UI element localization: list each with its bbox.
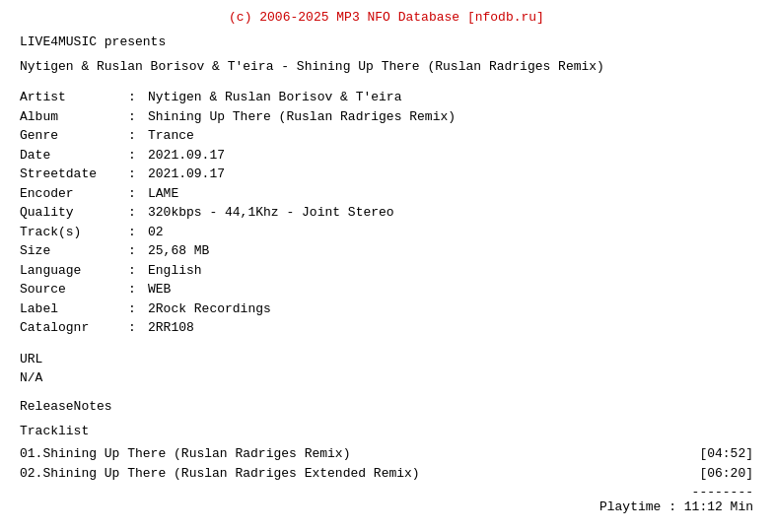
track-item: 01.Shining Up There (Ruslan Radriges Rem…: [20, 444, 753, 465]
meta-key: Quality: [20, 203, 128, 223]
meta-key: Catalognr: [20, 318, 128, 338]
metadata-row: Date: 2021.09.17: [20, 146, 753, 166]
metadata-row: Streetdate: 2021.09.17: [20, 165, 753, 184]
metadata-row: Album: Shining Up There (Ruslan Radriges…: [20, 107, 753, 127]
track-item: 02.Shining Up There (Ruslan Radriges Ext…: [20, 464, 753, 485]
metadata-row: Genre: Trance: [20, 126, 753, 146]
meta-key: Encoder: [20, 184, 128, 204]
divider-line: --------: [20, 485, 753, 499]
meta-colon: :: [128, 223, 148, 242]
meta-value: WEB: [148, 280, 753, 299]
url-value: N/A: [20, 370, 753, 385]
meta-colon: :: [128, 203, 148, 223]
metadata-row: Catalognr: 2RR108: [20, 318, 753, 338]
tracklist-label: Tracklist: [20, 424, 753, 438]
presents-text: LIVE4MUSIC presents: [20, 34, 166, 49]
meta-key: Size: [20, 241, 128, 261]
meta-value: Trance: [148, 126, 753, 146]
meta-colon: :: [128, 88, 148, 107]
metadata-row: Source: WEB: [20, 280, 753, 299]
meta-value: 320kbps - 44,1Khz - Joint Stereo: [148, 203, 753, 223]
meta-value: 2Rock Recordings: [148, 299, 753, 319]
meta-colon: :: [128, 318, 148, 338]
meta-key: Date: [20, 146, 128, 166]
metadata-row: Quality: 320kbps - 44,1Khz - Joint Stere…: [20, 203, 753, 223]
playtime-line: Playtime : 11:12 Min: [20, 499, 753, 514]
meta-value: LAME: [148, 184, 753, 204]
meta-key: Track(s): [20, 223, 128, 242]
metadata-row: Size: 25,68 MB: [20, 241, 753, 261]
meta-colon: :: [128, 146, 148, 166]
metadata-row: Label: 2Rock Recordings: [20, 299, 753, 319]
track-duration: [06:20]: [699, 464, 753, 485]
meta-colon: :: [128, 107, 148, 127]
url-label: URL: [20, 352, 753, 366]
meta-value: 2021.09.17: [148, 165, 753, 184]
track-duration: [04:52]: [699, 444, 753, 465]
meta-colon: :: [128, 165, 148, 184]
meta-colon: :: [128, 299, 148, 319]
meta-key: Genre: [20, 126, 128, 146]
meta-value: 02: [148, 223, 753, 242]
playtime-value: 11:12 Min: [684, 499, 753, 514]
meta-key: Label: [20, 299, 128, 319]
presents-line: LIVE4MUSIC presents: [20, 34, 753, 49]
meta-colon: :: [128, 184, 148, 204]
release-notes-label: ReleaseNotes: [20, 399, 753, 414]
meta-value: 2RR108: [148, 318, 753, 338]
meta-colon: :: [128, 126, 148, 146]
metadata-row: Artist: Nytigen & Ruslan Borisov & T'eir…: [20, 88, 753, 107]
title-line: Nytigen & Ruslan Borisov & T'eira - Shin…: [20, 59, 753, 74]
meta-key: Album: [20, 107, 128, 127]
meta-colon: :: [128, 241, 148, 261]
meta-value: 2021.09.17: [148, 146, 753, 166]
meta-colon: :: [128, 280, 148, 299]
meta-value: 25,68 MB: [148, 241, 753, 261]
metadata-row: Encoder: LAME: [20, 184, 753, 204]
meta-value: English: [148, 261, 753, 281]
title-text: Nytigen & Ruslan Borisov & T'eira - Shin…: [20, 59, 604, 74]
metadata-block: Artist: Nytigen & Ruslan Borisov & T'eir…: [20, 88, 753, 338]
meta-key: Source: [20, 280, 128, 299]
tracklist-items: 01.Shining Up There (Ruslan Radriges Rem…: [20, 444, 753, 486]
metadata-row: Language: English: [20, 261, 753, 281]
meta-colon: :: [128, 261, 148, 281]
track-name: 02.Shining Up There (Ruslan Radriges Ext…: [20, 464, 699, 485]
track-name: 01.Shining Up There (Ruslan Radriges Rem…: [20, 444, 699, 465]
header-link[interactable]: (c) 2006-2025 MP3 NFO Database [nfodb.ru…: [20, 10, 753, 25]
meta-key: Artist: [20, 88, 128, 107]
meta-value: Nytigen & Ruslan Borisov & T'eira: [148, 88, 753, 107]
meta-value: Shining Up There (Ruslan Radriges Remix): [148, 107, 753, 127]
meta-key: Streetdate: [20, 165, 128, 184]
meta-key: Language: [20, 261, 128, 281]
playtime-label: Playtime :: [599, 499, 676, 514]
metadata-row: Track(s): 02: [20, 223, 753, 242]
